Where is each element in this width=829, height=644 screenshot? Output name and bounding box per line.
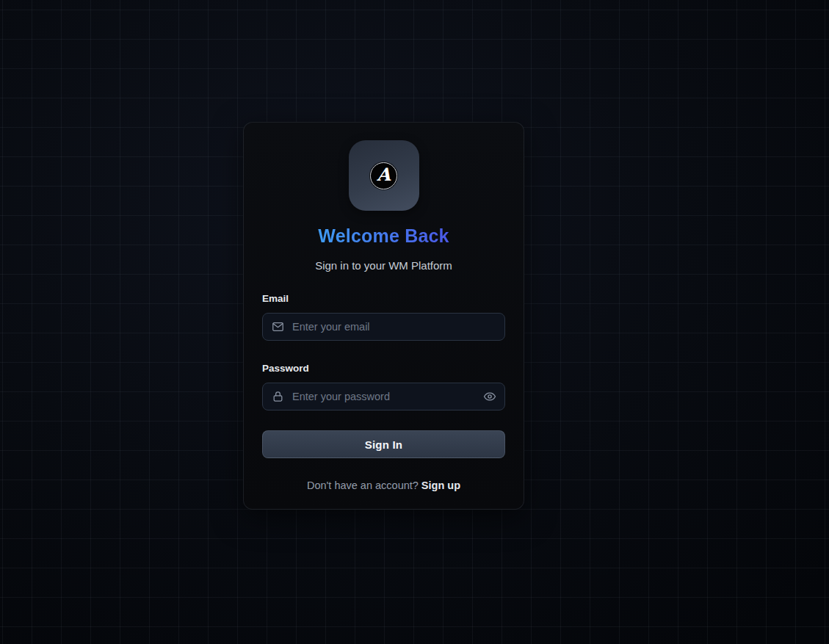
password-label: Password xyxy=(262,363,505,374)
sign-in-button[interactable]: Sign In xyxy=(262,430,505,458)
eye-icon[interactable] xyxy=(483,390,496,403)
signup-footer: Don't have an account?Sign up xyxy=(307,480,460,491)
signup-prompt: Don't have an account? xyxy=(307,480,419,491)
login-card: A Welcome Back Sign in to your WM Platfo… xyxy=(243,122,524,510)
logo-letter: A xyxy=(377,166,391,184)
password-input-wrap xyxy=(262,383,505,410)
email-input-wrap xyxy=(262,313,505,341)
password-input[interactable] xyxy=(262,383,505,410)
sign-up-link[interactable]: Sign up xyxy=(421,480,460,491)
app-logo-tile: A xyxy=(349,140,419,211)
email-label: Email xyxy=(262,293,505,304)
page-subtitle: Sign in to your WM Platform xyxy=(315,259,452,272)
email-field-group: Email xyxy=(262,293,505,341)
password-field-group: Password xyxy=(262,363,505,410)
email-input[interactable] xyxy=(262,313,505,341)
page-title: Welcome Back xyxy=(318,225,449,247)
app-logo-icon: A xyxy=(370,162,397,189)
